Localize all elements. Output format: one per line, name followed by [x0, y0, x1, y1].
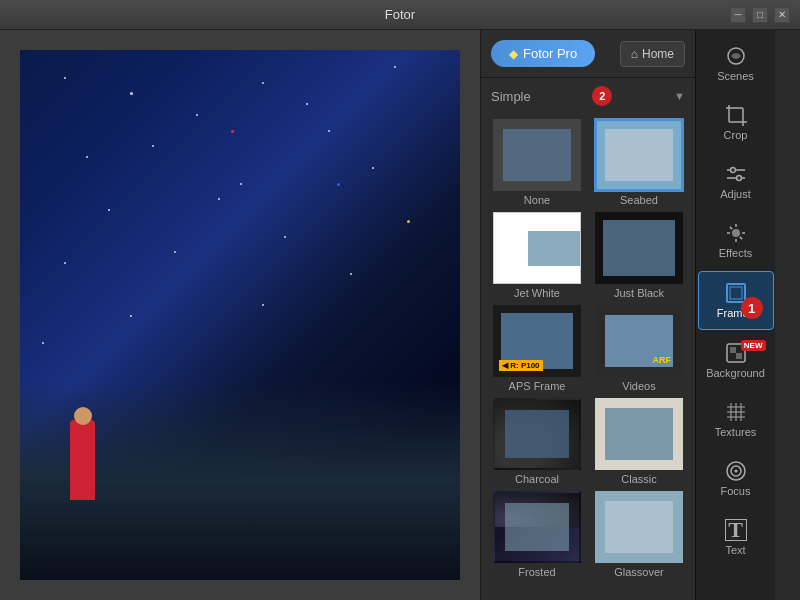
step-badge-2: 2 — [592, 86, 612, 106]
frame-label-videos: Videos — [622, 380, 655, 392]
text-icon: T — [725, 519, 747, 541]
frame-thumb-glassover — [595, 491, 683, 563]
section-header: Simple 2 ▼ — [481, 78, 695, 114]
frame-item-none[interactable]: None — [489, 119, 585, 206]
fotor-pro-button[interactable]: ◆ Fotor Pro — [491, 40, 595, 67]
scenes-label: Scenes — [717, 70, 754, 82]
effects-icon — [725, 222, 747, 244]
home-icon: ⌂ — [631, 47, 638, 61]
frame-item-jet-white[interactable]: Jet White — [489, 212, 585, 299]
window-controls[interactable]: ─ □ ✕ — [730, 7, 790, 23]
text-label: Text — [725, 544, 745, 556]
sidebar-item-background[interactable]: Background NEW — [698, 332, 774, 389]
focus-label: Focus — [721, 485, 751, 497]
frame-item-just-black[interactable]: Just Black — [591, 212, 687, 299]
frame-label-charcoal: Charcoal — [515, 473, 559, 485]
frame-item-charcoal[interactable]: Charcoal — [489, 398, 585, 485]
step-badge-1: 1 — [741, 297, 763, 319]
crop-label: Crop — [724, 129, 748, 141]
frames-panel: ◆ Fotor Pro ⌂ Home Simple 2 ▼ — [480, 30, 695, 600]
frame-item-classic[interactable]: Classic — [591, 398, 687, 485]
frame-item-videos[interactable]: ARF Videos — [591, 305, 687, 392]
canvas-image — [20, 50, 460, 580]
frames-row-4: Charcoal Classic — [489, 398, 687, 485]
scenes-icon — [725, 45, 747, 67]
svg-point-30 — [734, 470, 737, 473]
section-label: Simple — [491, 89, 531, 104]
frame-thumb-aps-frame: ◀ R: P100 — [493, 305, 581, 377]
frame-item-glassover[interactable]: Glassover — [591, 491, 687, 578]
frames-grid: None Seabed — [481, 114, 695, 600]
frame-label-aps-frame: APS Frame — [509, 380, 566, 392]
frame-label-just-black: Just Black — [614, 287, 664, 299]
frame-thumb-videos: ARF — [595, 305, 683, 377]
svg-rect-20 — [730, 347, 736, 353]
close-button[interactable]: ✕ — [774, 7, 790, 23]
sidebar-item-textures[interactable]: Textures — [698, 391, 774, 448]
frame-label-jet-white: Jet White — [514, 287, 560, 299]
sidebar-item-focus[interactable]: Focus — [698, 450, 774, 507]
svg-point-8 — [730, 168, 735, 173]
frame-thumb-just-black — [595, 212, 683, 284]
frame-label-seabed: Seabed — [620, 194, 658, 206]
main-layout: ◆ Fotor Pro ⌂ Home Simple 2 ▼ — [0, 30, 800, 600]
svg-line-15 — [729, 227, 731, 229]
frame-thumb-charcoal — [493, 398, 581, 470]
sidebar-item-crop[interactable]: Crop — [698, 94, 774, 151]
adjust-label: Adjust — [720, 188, 751, 200]
figure — [70, 420, 95, 500]
background-label: Background — [706, 367, 765, 379]
frame-item-aps-frame[interactable]: ◀ R: P100 APS Frame — [489, 305, 585, 392]
minimize-button[interactable]: ─ — [730, 7, 746, 23]
sidebar-item-text[interactable]: T Text — [698, 509, 774, 566]
app-title: Fotor — [70, 7, 730, 22]
effects-label: Effects — [719, 247, 752, 259]
frame-item-seabed[interactable]: Seabed — [591, 119, 687, 206]
textures-icon — [725, 401, 747, 423]
svg-rect-1 — [729, 108, 743, 122]
dropdown-arrow-icon[interactable]: ▼ — [674, 90, 685, 102]
svg-point-9 — [736, 176, 741, 181]
right-panel: ◆ Fotor Pro ⌂ Home Simple 2 ▼ — [480, 30, 800, 600]
svg-rect-18 — [730, 287, 742, 299]
svg-point-10 — [732, 229, 740, 237]
svg-rect-21 — [736, 353, 742, 359]
frames-row-2: Jet White Just Black — [489, 212, 687, 299]
canvas-area — [0, 30, 480, 600]
focus-icon — [725, 460, 747, 482]
figure-head — [74, 407, 92, 425]
home-button[interactable]: ⌂ Home — [620, 41, 685, 67]
frame-label-none: None — [524, 194, 550, 206]
panel-top: ◆ Fotor Pro ⌂ Home — [481, 30, 695, 78]
sidebar-item-adjust[interactable]: Adjust — [698, 153, 774, 210]
frame-thumb-seabed — [595, 119, 683, 191]
sidebar-item-scenes[interactable]: Scenes — [698, 35, 774, 92]
title-bar: Fotor ─ □ ✕ — [0, 0, 800, 30]
frames-row-1: None Seabed — [489, 119, 687, 206]
sidebar-tools: Scenes Crop — [695, 30, 775, 600]
frame-label-frosted: Frosted — [518, 566, 555, 578]
snow-scene — [20, 50, 460, 580]
frames-row-5: Frosted Glassover — [489, 491, 687, 578]
frame-label-classic: Classic — [621, 473, 656, 485]
svg-line-16 — [739, 237, 741, 239]
sidebar-item-effects[interactable]: Effects — [698, 212, 774, 269]
frame-thumb-classic — [595, 398, 683, 470]
frame-thumb-jet-white — [493, 212, 581, 284]
frames-row-3: ◀ R: P100 APS Frame ARF Videos — [489, 305, 687, 392]
frame-thumb-frosted — [493, 491, 581, 563]
diamond-icon: ◆ — [509, 47, 518, 61]
frame-label-glassover: Glassover — [614, 566, 664, 578]
crop-icon — [725, 104, 747, 126]
adjust-icon — [725, 163, 747, 185]
frame-item-frosted[interactable]: Frosted — [489, 491, 585, 578]
new-badge: NEW — [741, 340, 766, 351]
textures-label: Textures — [715, 426, 757, 438]
sidebar-item-frames[interactable]: Frames 1 — [698, 271, 774, 330]
maximize-button[interactable]: □ — [752, 7, 768, 23]
frame-thumb-none — [493, 119, 581, 191]
